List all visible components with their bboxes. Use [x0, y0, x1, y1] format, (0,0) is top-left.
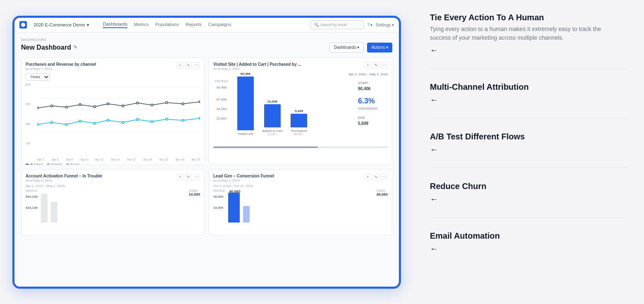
chart-subtitle-1: as of May 2, 2023 [26, 67, 96, 71]
leadgen-chart-body: PEOPLE 46,660 34,995 46,660 [213, 189, 388, 227]
bar-label-cart: Added to Cart [262, 129, 282, 133]
y-label-150: 150 [26, 142, 31, 145]
feature-arrow-5[interactable]: ← [430, 244, 627, 254]
bar-val-purchased: 5,699 [295, 109, 303, 113]
feature-title-4: Reduce Churn [430, 181, 627, 191]
chart-add-icon-2[interactable]: + [365, 62, 371, 69]
svg-point-10 [107, 103, 109, 105]
nav-item-metrics[interactable]: Metrics [134, 22, 148, 28]
left-panel: 2020 E-Commerce Demo ▾ Dashboards Metric… [0, 0, 413, 304]
leadgen-date-row: Oct 1, 2018 – Oct 31, 2016 [213, 184, 388, 188]
x-label-apr8: Apr 8 [81, 158, 88, 161]
bar-visited-rect [237, 77, 254, 130]
legend-social-label: ◉ Social [66, 163, 79, 165]
feature-arrow-1[interactable]: ← [430, 45, 627, 55]
dashboard-actions: Dashboards ▾ Actions ▾ [329, 43, 392, 53]
nav-right: 🔍 Search by email ? ▾ Settings ▾ [310, 20, 394, 29]
brand-label: 2020 E-Commerce Demo [33, 22, 85, 27]
feature-reduce-churn: Reduce Churn ← [430, 181, 627, 204]
chart-add-icon-3[interactable]: + [177, 174, 184, 180]
edit-icon[interactable]: ✎ [74, 45, 77, 50]
line-chart-area: 600 450 300 150 [26, 83, 200, 153]
y-val-45204: 45,204 [217, 107, 227, 111]
chart-more-icon-3[interactable]: ⋯ [193, 174, 200, 180]
nav-item-dashboards[interactable]: Dashboards [103, 22, 127, 28]
leadgen-start-col: START 46,660 [376, 189, 388, 227]
x-label-apr23: Apr 23 [160, 158, 168, 161]
feature-arrow-2[interactable]: ← [430, 95, 627, 105]
legend-organic-label: ◉ Organic [47, 163, 62, 165]
svg-point-13 [151, 104, 153, 106]
help-chevron-icon: ▾ [370, 23, 372, 27]
dashboard-title-text: New Dashboard [21, 44, 71, 51]
feature-arrow-3[interactable]: ← [430, 145, 627, 154]
settings-button[interactable]: Settings ▾ [376, 23, 394, 27]
chart-title-3: Account Activation Funnel – In Trouble [26, 174, 102, 178]
bar-cart: 10,208 Added to Cart 11.3% ↓ [262, 100, 282, 136]
y-axis-labels: 600 450 300 150 [26, 83, 31, 145]
chart-subtitle-3: as of May 2, 2023 [26, 179, 102, 182]
chart-edit-icon-4[interactable]: ✎ [373, 174, 379, 180]
help-button[interactable]: ? ▾ [367, 23, 373, 27]
x-axis: Apr 2 Apr 4 Apr 6 Apr 8 Apr 11 Apr 14 Ap… [37, 158, 200, 161]
feature-title-5: Email Automation [430, 231, 627, 241]
svg-point-21 [93, 122, 95, 124]
y-val-67806: 67,806 [217, 98, 227, 101]
account-bars [41, 189, 186, 223]
end-label: END [358, 116, 388, 120]
x-label-apr20: Apr 20 [143, 158, 152, 161]
nav-item-reports[interactable]: Reports [186, 22, 202, 28]
nav-search[interactable]: 🔍 Search by email [310, 20, 364, 29]
right-panel: Tie Every Action To A Human Tying every … [413, 0, 644, 304]
chart-title-4: Lead Gen – Conversion Funnel [213, 174, 274, 178]
chart-edit-icon-3[interactable]: ✎ [185, 174, 192, 180]
svg-point-23 [122, 121, 124, 123]
actions-button[interactable]: Actions ▾ [367, 43, 392, 53]
chart-lead-gen: Lead Gen – Conversion Funnel as of May 2… [209, 169, 392, 235]
nav-item-campaigns[interactable]: Campaigns [208, 22, 231, 28]
conversion-label: CONVERSION [358, 107, 388, 110]
chart-header-3: Account Activation Funnel – In Trouble a… [26, 174, 200, 182]
feature-ab-test: A/B Test Different Flows ← [430, 132, 627, 154]
chart-more-icon-2[interactable]: ⋯ [381, 62, 388, 69]
dashboards-button[interactable]: Dashboards ▾ [329, 43, 364, 53]
nav-item-populations[interactable]: Populations [155, 22, 179, 28]
times-dropdown[interactable]: Times [26, 73, 50, 81]
x-label-apr11: Apr 11 [95, 158, 104, 161]
bar-cart-rect [264, 104, 281, 127]
account-start-value: 10,000 [188, 192, 200, 196]
funnel-stats: START 90,406 6.3% CONVERSION END 5,699 [358, 78, 388, 144]
feature-arrow-4[interactable]: ← [430, 194, 627, 204]
nav-brand[interactable]: 2020 E-Commerce Demo ▾ [33, 22, 89, 28]
leadgen-date-range: Oct 1, 2018 – Oct 31, 2016 [213, 184, 253, 188]
chart-edit-icon-2[interactable]: ✎ [373, 62, 379, 69]
breadcrumb: DASHBOARD [21, 38, 392, 42]
account-date-row: Apr 2, 2023 – May 1, 2023 [26, 184, 200, 188]
x-label-apr6: Apr 6 [66, 158, 73, 161]
chart-add-icon[interactable]: + [177, 62, 184, 69]
chart-more-icon-4[interactable]: ⋯ [381, 174, 388, 180]
chart-icons-4: + ✎ ⋯ [365, 174, 388, 180]
chart-more-icon[interactable]: ⋯ [193, 62, 200, 69]
x-label-apr29: Apr 29 [191, 158, 200, 161]
search-placeholder: Search by email [320, 23, 347, 27]
chart-add-icon-4[interactable]: + [365, 174, 371, 180]
svg-point-28 [199, 117, 200, 119]
account-y-col: PEOPLE 884,208 663,156 [26, 189, 38, 227]
svg-point-7 [65, 106, 67, 108]
chart-title-1: Purchases and Revenue by channel [26, 62, 96, 67]
chart-account-activation: Account Activation Funnel – In Trouble a… [21, 169, 205, 235]
app-navbar: 2020 E-Commerce Demo ▾ Dashboards Metric… [14, 18, 399, 33]
dashboard-title: New Dashboard ✎ [21, 44, 77, 51]
chart-header-2: Visited Site | Added to Cart | Purchased… [213, 62, 388, 71]
chart-edit-icon[interactable]: ✎ [185, 62, 192, 69]
line-chart-svg [37, 83, 200, 141]
bar-pct-purchased: 35.6% ↓ [294, 133, 304, 136]
leadgen-y-col: PEOPLE 46,660 34,995 [213, 189, 225, 227]
funnel-scrollbar[interactable] [213, 146, 388, 148]
conversion-value: 6.3% [358, 97, 375, 105]
bar-visited: 90,406 Visited site [237, 72, 254, 136]
svg-point-11 [122, 105, 124, 107]
leadgen-val-2: 34,995 [213, 206, 225, 210]
account-chart-body: PEOPLE 884,208 663,156 START [26, 189, 200, 227]
